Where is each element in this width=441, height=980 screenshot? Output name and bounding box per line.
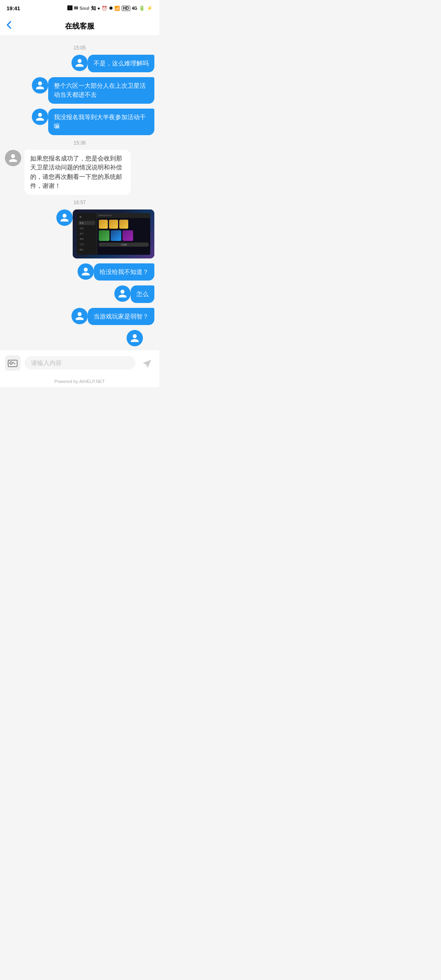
ss-top-text: 邮件补偿分发工具 — [99, 214, 112, 216]
bluetooth-icon: ✱ — [109, 6, 113, 11]
ss-menu-item: 已充 — [78, 242, 95, 246]
status-time: 19:41 — [7, 5, 20, 11]
outgoing-bubble: 我没报名我等到大半夜参加活动干嘛 — [48, 109, 154, 135]
app-icon-zhi: 知 — [91, 5, 96, 12]
network-icon: 4G — [132, 6, 137, 11]
outgoing-bubble: 不是，这么难理解吗 — [88, 55, 154, 72]
msg-row: ⊟ 个人 背包 战斗 系统 已充 确认 邮件补偿分发工具 — [5, 209, 154, 258]
ss-menu-item: 系统 — [78, 237, 95, 241]
timestamp-1: 15:05 — [5, 45, 154, 51]
ss-item — [111, 230, 121, 241]
alarm-icon: ⏰ — [102, 6, 107, 11]
incoming-bubble: 如果您报名成功了，您是会收到那天卫星活动问题的情况说明和补偿的，请您再次翻看一下… — [24, 150, 131, 195]
ss-item — [99, 220, 108, 229]
msg-row: 给没给我不知道？ — [5, 263, 154, 281]
ss-item — [99, 230, 109, 241]
msg-row: 我没报名我等到大半夜参加活动干嘛 — [5, 109, 154, 135]
ss-confirm-btn: 已领取 — [99, 243, 149, 247]
footer-text: Powered by AIHELP.NET — [54, 379, 105, 384]
msg-row: 当游戏玩家是弱智？ — [5, 308, 154, 325]
input-bar — [0, 350, 159, 376]
user-avatar — [32, 77, 48, 94]
outgoing-bubble: 当游戏玩家是弱智？ — [88, 308, 154, 325]
status-bar: 19:41 🅱 ✉ Soul 知 ● ⏰ ✱ 📶 HD 4G 🔋 ⚡ — [0, 0, 159, 16]
outgoing-image: ⊟ 个人 背包 战斗 系统 已充 确认 邮件补偿分发工具 — [73, 209, 154, 258]
timestamp-3: 16:57 — [5, 200, 154, 205]
send-button[interactable] — [140, 356, 154, 370]
page-title: 在线客服 — [65, 21, 94, 31]
back-button[interactable] — [7, 21, 11, 31]
ss-menu-item: 个人 — [78, 221, 95, 225]
ss-item — [109, 220, 118, 229]
user-avatar — [71, 308, 88, 324]
ss-item — [119, 220, 128, 229]
msg-row: 如果您报名成功了，您是会收到那天卫星活动问题的情况说明和补偿的，请您再次翻看一下… — [5, 150, 154, 195]
media-button[interactable] — [5, 355, 20, 371]
svg-point-1 — [10, 362, 12, 364]
dot-icon: ● — [98, 6, 100, 11]
status-icons: 🅱 ✉ Soul 知 ● ⏰ ✱ 📶 HD 4G 🔋 ⚡ — [67, 5, 153, 12]
user-avatar — [32, 109, 48, 125]
footer: Powered by AIHELP.NET — [0, 376, 159, 387]
chat-area: 15:05 不是，这么难理解吗 整个六区一大部分人在上次卫星活动当天都进不去 我… — [0, 36, 159, 350]
top-nav: 在线客服 — [0, 16, 159, 36]
outgoing-bubble: 整个六区一大部分人在上次卫星活动当天都进不去 — [48, 77, 154, 104]
ss-menu-item: 背包 — [78, 226, 95, 230]
msg-row — [5, 330, 154, 346]
msg-row: 不是，这么难理解吗 — [5, 55, 154, 72]
ss-menu-item: 确认 — [78, 247, 95, 252]
hd-icon: HD — [122, 6, 130, 11]
charge-icon: ⚡ — [147, 5, 153, 11]
battery-icon: 🔋 — [139, 5, 145, 11]
support-avatar — [5, 150, 21, 166]
msg-row: 怎么 — [5, 285, 154, 303]
app-icon-soul: Soul — [80, 6, 89, 11]
outgoing-bubble: 给没给我不知道？ — [94, 263, 154, 281]
svg-rect-0 — [8, 360, 17, 367]
outgoing-bubble: 怎么 — [131, 285, 154, 303]
app-icon-1: 🅱 — [67, 5, 72, 11]
ss-menu-item: 战斗 — [78, 232, 95, 236]
msg-row: 整个六区一大部分人在上次卫星活动当天都进不去 — [5, 77, 154, 104]
user-avatar — [114, 285, 131, 302]
app-icon-2: ✉ — [74, 5, 78, 11]
wifi-icon: 📶 — [114, 6, 120, 11]
ss-item — [122, 230, 133, 241]
ss-menu-item: ⊟ — [78, 215, 95, 219]
user-avatar — [78, 263, 94, 280]
user-avatar — [56, 209, 73, 226]
user-avatar — [71, 55, 88, 71]
timestamp-2: 15:36 — [5, 140, 154, 146]
user-avatar — [127, 330, 143, 346]
message-input[interactable] — [24, 356, 136, 370]
